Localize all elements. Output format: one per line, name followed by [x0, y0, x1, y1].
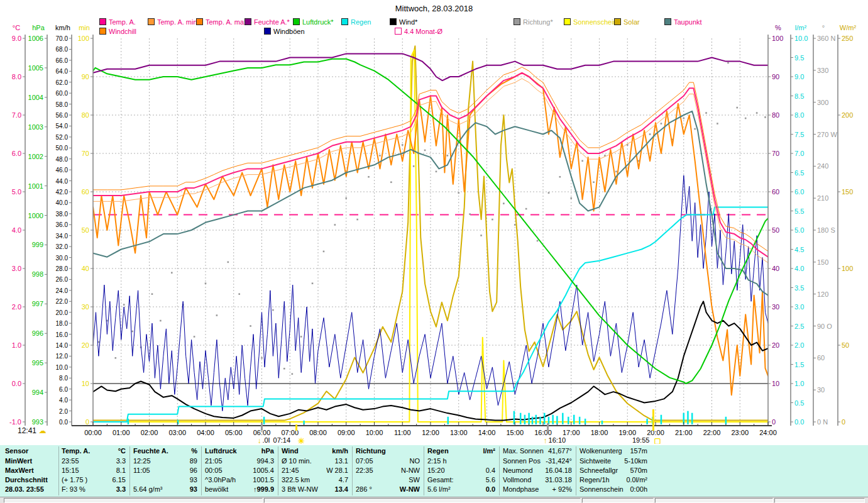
axis-label-degC: 7.0: [12, 111, 21, 119]
x-axis-time-label: 23:00: [731, 429, 749, 436]
axis-label-lm2: 1.0: [794, 380, 804, 387]
series-richtung-dot: [390, 181, 392, 183]
series-richtung-dot: [323, 251, 325, 253]
sunset-marker-icon: ▢: [654, 436, 661, 444]
axis-label-kmh: 24.0: [56, 287, 69, 294]
info-wolkenunterg-value: 157m: [580, 447, 647, 455]
series-richtung-dot: [514, 224, 516, 226]
axis-label-minax: 80: [82, 111, 89, 119]
table-cell-value: 96: [133, 467, 197, 475]
series-richtung-dot: [727, 62, 729, 64]
axis-label-deg: 60: [817, 354, 825, 362]
series-richtung-dot: [160, 320, 162, 322]
x-axis-time-label: 19:00: [618, 429, 636, 436]
series-layer: [93, 46, 768, 424]
status-bar: [0, 497, 868, 503]
table-column-divider: [499, 446, 500, 495]
x-axis-time-label: 21:00: [675, 429, 693, 436]
axis-hpa: hPa9939949959969979989991000100110021003…: [28, 24, 47, 426]
axis-label-pct: 0: [772, 418, 776, 426]
series-richtung-dot: [261, 357, 263, 359]
series-richtung-dot: [250, 325, 251, 327]
moonrise-marker-icon: ↑: [544, 436, 547, 444]
axis-lm2: l/m²0.00.51.01.52.02.53.03.54.04.55.05.5…: [791, 24, 808, 426]
table-cell-value: 1001.5: [205, 476, 274, 484]
axis-label-pct: 20: [772, 341, 779, 349]
series-richtung-dot: [548, 192, 550, 194]
axis-label-wm2: 250: [842, 35, 853, 42]
status-bar-segment: [4, 498, 263, 503]
series-regen-line: [93, 207, 768, 422]
table-column-divider: [58, 446, 59, 495]
info-vollmond-value: 31.03.18: [503, 476, 572, 484]
x-axis-time-label: 20:00: [647, 429, 664, 436]
axis-label-kmh: 48.0: [56, 156, 69, 163]
axis-label-kmh: 68.0: [56, 46, 69, 53]
axis-label-hpa: 999: [32, 241, 43, 248]
series-richtung-dot: [480, 235, 482, 236]
table-cell-value: 0.0: [427, 485, 495, 494]
axis-label-hpa: 1001: [28, 182, 43, 190]
axis-label-kmh: 20.0: [56, 309, 69, 316]
table-header-richtung-label: Richtung: [356, 447, 386, 455]
axis-label-hpa: 993: [32, 418, 43, 426]
axis-label-kmh: 46.0: [56, 167, 69, 174]
axis-label-hpa: 1005: [28, 64, 43, 72]
axis-label-kmh: 58.0: [56, 101, 69, 108]
series-richtung-dot: [131, 331, 133, 333]
table-cell-value: 5.6: [427, 476, 495, 484]
axis-label-lm2: 6.0: [794, 188, 804, 196]
series-richtung-dot: [447, 155, 449, 157]
axis-label-minax: 0: [85, 418, 89, 426]
axis-label-lm2: 6.5: [794, 169, 804, 177]
series-richtung-dot: [238, 293, 240, 295]
axis-label-degC: 0.0: [12, 380, 21, 387]
info-mondphase-value: + 92%: [503, 485, 572, 494]
table-cell-value: 13.4: [282, 485, 348, 494]
status-bar-segment: [264, 498, 581, 503]
series-richtung-dot: [525, 208, 527, 210]
x-axis-time-label: 17:00: [563, 429, 580, 436]
axis-label-lm2: 10.0: [794, 35, 808, 42]
moonrise-marker-time: 16:10: [549, 436, 566, 444]
series-richtung-dot: [683, 118, 684, 119]
series-richtung-dot: [570, 197, 572, 199]
axis-label-kmh: 14.0: [56, 342, 69, 349]
moonset-marker: ↓.0l: [258, 436, 270, 444]
axis-label-degC: 8.0: [12, 73, 21, 80]
table-cell-value: ↑999.9: [205, 485, 274, 494]
axis-label-kmh: 6.0: [59, 386, 68, 393]
axis-label-pct: 40: [772, 265, 779, 272]
axis-label-deg: 150: [817, 258, 828, 266]
table-cell-value: 0.4: [427, 467, 495, 475]
series-richtung-dot: [402, 144, 404, 146]
axis-label-deg: 270 W: [817, 131, 837, 138]
axis-header-wm2: W/m²: [840, 24, 857, 31]
axis-label-kmh: 36.0: [56, 221, 69, 228]
axis-label-kmh: 42.0: [56, 189, 69, 196]
axis-label-deg: 30: [817, 386, 825, 394]
info-max-sonnen-value: 41,677°: [503, 447, 572, 455]
axis-label-hpa: 994: [32, 389, 43, 396]
x-axis-time-label: 11:00: [394, 429, 411, 436]
x-axis-time-label: 03:00: [168, 429, 186, 436]
x-axis-time-label: 02:00: [141, 429, 158, 436]
x-axis-time-label: 14:00: [478, 429, 496, 436]
series-richtung-dot: [300, 336, 302, 338]
axis-label-lm2: 2.5: [794, 323, 804, 330]
axis-label-degC: 4.0: [12, 226, 21, 234]
table-column-divider: [278, 446, 278, 495]
axis-pct: %0102030405060708090100: [768, 24, 783, 426]
axis-label-lm2: 1.5: [794, 361, 804, 368]
axis-label-pct: 100: [772, 35, 783, 42]
axis-label-degC: -1.0: [9, 418, 21, 426]
axis-label-kmh: 4.0: [59, 397, 68, 404]
axis-label-lm2: 7.5: [794, 131, 804, 138]
clock-time: 12:41: [18, 426, 36, 435]
series-richtung-dot: [503, 202, 505, 204]
axis-label-pct: 30: [772, 303, 779, 311]
series-richtung-dot: [115, 357, 117, 359]
axis-label-pct: 10: [772, 380, 779, 387]
axis-label-hpa: 1004: [28, 94, 43, 101]
weather-condition-icon: ☁: [38, 426, 46, 435]
